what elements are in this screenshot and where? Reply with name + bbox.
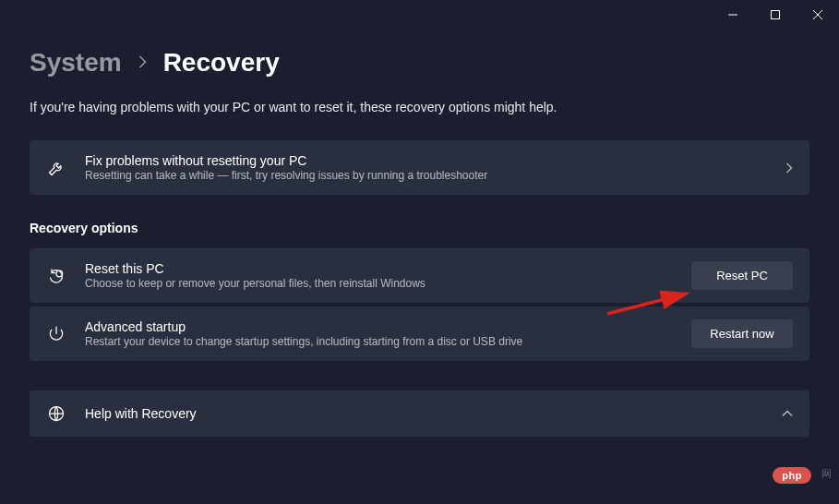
intro-text: If you're having problems with your PC o… <box>30 100 809 114</box>
help-card[interactable]: Help with Recovery <box>30 390 809 437</box>
chevron-right-icon <box>138 55 147 71</box>
reset-pc-title: Reset this PC <box>85 261 673 276</box>
restart-now-button[interactable]: Restart now <box>691 319 793 348</box>
advanced-startup-card: Advanced startup Restart your device to … <box>30 306 809 361</box>
maximize-button[interactable] <box>754 0 797 30</box>
minimize-button[interactable] <box>712 0 754 30</box>
advanced-startup-title: Advanced startup <box>85 319 673 334</box>
watermark-suffix: 网 <box>821 467 832 481</box>
globe-icon <box>46 403 66 424</box>
fix-problems-text: Fix problems without resetting your PC R… <box>85 153 767 182</box>
advanced-startup-subtitle: Restart your device to change startup se… <box>85 335 673 348</box>
reset-pc-subtitle: Choose to keep or remove your personal f… <box>85 277 673 290</box>
fix-problems-title: Fix problems without resetting your PC <box>85 153 767 168</box>
titlebar <box>0 0 839 30</box>
reset-pc-button[interactable]: Reset PC <box>691 261 793 290</box>
reset-pc-card: Reset this PC Choose to keep or remove y… <box>30 248 809 303</box>
chevron-up-icon <box>782 410 793 417</box>
help-text: Help with Recovery <box>85 406 763 422</box>
chevron-right-icon <box>785 162 793 174</box>
wrench-icon <box>46 158 66 178</box>
advanced-startup-text: Advanced startup Restart your device to … <box>85 319 673 348</box>
svg-rect-1 <box>772 11 780 19</box>
breadcrumb-parent[interactable]: System <box>30 48 122 78</box>
fix-problems-subtitle: Resetting can take a while — first, try … <box>85 169 767 182</box>
main-content: System Recovery If you're having problem… <box>0 30 839 437</box>
recovery-options-heading: Recovery options <box>30 221 809 235</box>
fix-problems-card[interactable]: Fix problems without resetting your PC R… <box>30 140 809 195</box>
reset-pc-text: Reset this PC Choose to keep or remove y… <box>85 261 673 290</box>
breadcrumb-current: Recovery <box>163 48 280 78</box>
breadcrumb: System Recovery <box>30 48 809 78</box>
reset-icon <box>46 266 66 286</box>
power-icon <box>46 324 66 344</box>
close-button[interactable] <box>797 0 839 30</box>
help-title: Help with Recovery <box>85 406 763 421</box>
watermark-badge: php <box>773 467 811 484</box>
